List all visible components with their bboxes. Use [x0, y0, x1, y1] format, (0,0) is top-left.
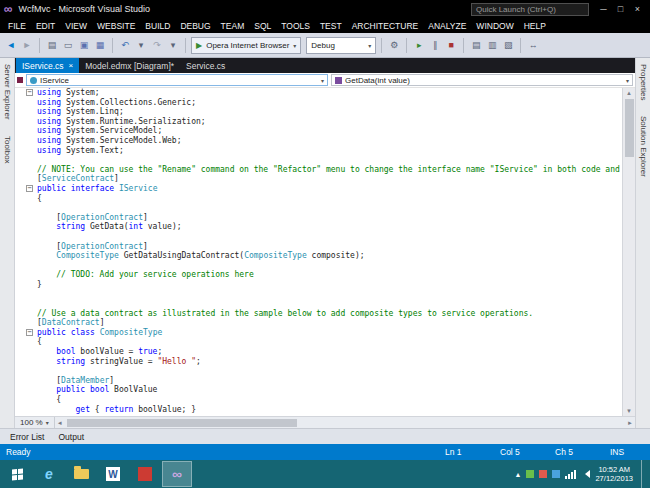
code-line[interactable]: −public class CompositeType	[15, 328, 622, 338]
menu-item-edit[interactable]: EDIT	[31, 21, 60, 31]
code-line[interactable]: {	[15, 337, 622, 347]
volume-icon[interactable]	[581, 470, 590, 478]
menu-item-test[interactable]: TEST	[315, 21, 347, 31]
tray-red-icon[interactable]	[539, 470, 547, 478]
code-area[interactable]: −using System;using System.Collections.G…	[15, 88, 622, 416]
menu-item-help[interactable]: HELP	[519, 21, 551, 31]
horizontal-scrollbar[interactable]: ◄ ►	[55, 417, 635, 428]
solution-config-dropdown[interactable]: Debug ▾	[306, 37, 376, 54]
code-line[interactable]: using System.Runtime.Serialization;	[15, 117, 622, 127]
tab-service-cs[interactable]: Service.cs	[180, 58, 231, 73]
menu-item-tools[interactable]: TOOLS	[276, 21, 315, 31]
navigate-forward-icon[interactable]: ►	[20, 38, 34, 52]
scroll-right-icon[interactable]: ►	[627, 417, 633, 429]
start-debug-button[interactable]: ▶ Opera Internet Browser ▾	[191, 37, 301, 54]
code-line[interactable]	[15, 299, 622, 309]
hidden-icons-button[interactable]: ▲	[515, 471, 522, 478]
code-line[interactable]: }	[15, 280, 622, 290]
menu-item-build[interactable]: BUILD	[140, 21, 175, 31]
code-line[interactable]: // TODO: Add your service operations her…	[15, 270, 622, 280]
menu-item-debug[interactable]: DEBUG	[175, 21, 215, 31]
show-desktop-button[interactable]	[641, 460, 646, 488]
zoom-dropdown[interactable]: 100 % ▾	[15, 417, 55, 428]
code-line[interactable]: [OperationContract]	[15, 213, 622, 223]
taskbar-visual-studio-button[interactable]: ∞	[162, 461, 192, 487]
code-line[interactable]: string GetData(int value);	[15, 222, 622, 232]
code-line[interactable]: {	[15, 194, 622, 204]
code-line[interactable]: using System.ServiceModel.Web;	[15, 136, 622, 146]
preferences-gear-icon[interactable]: ⚙	[387, 38, 401, 52]
code-line[interactable]: [DataMember]	[15, 376, 622, 386]
side-tab-properties[interactable]: Properties	[639, 64, 648, 100]
code-line[interactable]: −public interface IService	[15, 184, 622, 194]
stop-debug-icon[interactable]: ■	[444, 38, 458, 52]
tray-blue-icon[interactable]	[552, 470, 560, 478]
redo-dropdown-icon[interactable]: ▾	[166, 38, 180, 52]
scroll-left-icon[interactable]: ◄	[57, 417, 63, 429]
attach-process-icon[interactable]: ▸	[412, 38, 426, 52]
code-line[interactable]: // NOTE: You can use the "Rename" comman…	[15, 165, 622, 175]
scrollbar-thumb[interactable]	[625, 99, 634, 157]
code-line[interactable]: [ServiceContract]	[15, 174, 622, 184]
taskbar-word-button[interactable]: W	[98, 461, 128, 487]
quick-launch-input[interactable]: Quick Launch (Ctrl+Q)	[471, 3, 589, 16]
taskbar-explorer-button[interactable]	[66, 461, 96, 487]
start-button[interactable]	[2, 461, 32, 487]
new-file-icon[interactable]: ▤	[45, 38, 59, 52]
scrollbar-thumb[interactable]	[67, 419, 297, 427]
taskbar-clock[interactable]: 10:52 AM 27/12/2013	[595, 465, 633, 483]
code-line[interactable]: [OperationContract]	[15, 242, 622, 252]
code-line[interactable]: using System.Collections.Generic;	[15, 98, 622, 108]
code-line[interactable]: {	[15, 395, 622, 405]
undo-icon[interactable]: ↶	[118, 38, 132, 52]
code-line[interactable]: [DataContract]	[15, 318, 622, 328]
network-icon[interactable]	[565, 469, 576, 479]
menu-item-file[interactable]: FILE	[3, 21, 31, 31]
code-line[interactable]: public bool BoolValue	[15, 385, 622, 395]
taskbar-ie-button[interactable]: e	[34, 461, 64, 487]
close-icon[interactable]: ×	[69, 62, 74, 70]
member-dropdown[interactable]: GetData(int value) ▾	[331, 74, 633, 86]
scroll-down-icon[interactable]: ▼	[626, 406, 632, 416]
save-all-icon[interactable]: ▦	[93, 38, 107, 52]
code-line[interactable]: string stringValue = "Hello ";	[15, 357, 622, 367]
code-line[interactable]: −using System;	[15, 88, 622, 98]
open-file-icon[interactable]: ▭	[61, 38, 75, 52]
side-tab-toolbox[interactable]: Toolbox	[3, 136, 12, 164]
panel-tab-error-list[interactable]: Error List	[3, 429, 51, 444]
menu-item-view[interactable]: VIEW	[60, 21, 92, 31]
side-tab-solution-explorer[interactable]: Solution Explorer	[639, 116, 648, 177]
type-dropdown[interactable]: IService ▾	[26, 74, 328, 86]
code-line[interactable]	[15, 289, 622, 299]
break-all-icon[interactable]: ∥	[428, 38, 442, 52]
code-line[interactable]: // Use a data contract as illustrated in…	[15, 309, 622, 319]
scroll-up-icon[interactable]: ▲	[626, 88, 632, 98]
code-line[interactable]	[15, 203, 622, 213]
code-line[interactable]: using System.Linq;	[15, 107, 622, 117]
save-icon[interactable]: ▣	[77, 38, 91, 52]
code-line[interactable]: get { return boolValue; }	[15, 405, 622, 415]
menu-item-window[interactable]: WINDOW	[471, 21, 518, 31]
taskbar-red-app-button[interactable]	[130, 461, 160, 487]
fold-toggle-icon[interactable]: −	[26, 185, 33, 192]
tab-iservice-cs[interactable]: IService.cs×	[16, 58, 79, 73]
code-line[interactable]	[15, 261, 622, 271]
code-line[interactable]	[15, 155, 622, 165]
fold-toggle-icon[interactable]: −	[26, 89, 33, 96]
minimize-button[interactable]: ─	[595, 2, 612, 16]
vertical-scrollbar[interactable]: ▲ ▼	[622, 88, 635, 416]
tray-green-icon[interactable]	[526, 470, 534, 478]
menu-item-analyze[interactable]: ANALYZE	[423, 21, 471, 31]
menu-item-architecture[interactable]: ARCHITECTURE	[347, 21, 424, 31]
fold-toggle-icon[interactable]: −	[26, 329, 33, 336]
tab-model-edmx-diagram[interactable]: Model.edmx [Diagram]*	[79, 58, 180, 73]
navigate-back-icon[interactable]: ◄	[4, 38, 18, 52]
code-editor[interactable]: −using System;using System.Collections.G…	[15, 88, 635, 416]
close-button[interactable]: ×	[629, 2, 646, 16]
maximize-button[interactable]: □	[612, 2, 629, 16]
redo-icon[interactable]: ↷	[150, 38, 164, 52]
bookmark-icon[interactable]: ▧	[501, 38, 515, 52]
code-line[interactable]	[15, 232, 622, 242]
code-line[interactable]: bool boolValue = true;	[15, 347, 622, 357]
menu-item-team[interactable]: TEAM	[216, 21, 250, 31]
